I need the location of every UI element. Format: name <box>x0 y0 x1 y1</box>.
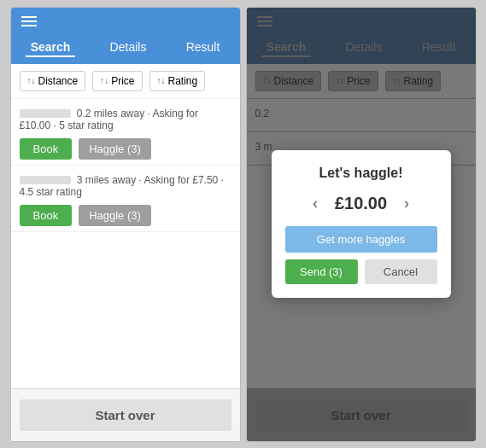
price-display: £10.00 <box>335 194 387 213</box>
listing-1-distance: 0.2 miles away <box>77 108 144 119</box>
tab-details-left[interactable]: Details <box>105 38 152 57</box>
listing-1-actions-left: Book Haggle (3) <box>20 138 231 160</box>
more-haggles-btn[interactable]: Get more haggles <box>285 226 437 253</box>
hamburger-icon[interactable] <box>21 16 37 26</box>
listing-1-info-left: 0.2 miles away · Asking for £10.00 · 5 s… <box>20 108 231 131</box>
modal-title: Let's haggle! <box>285 166 437 181</box>
modal-overlay: Let's haggle! ‹ £10.00 › Get more haggle… <box>247 8 476 441</box>
listing-2-actions-left: Book Haggle (3) <box>20 205 231 226</box>
modal-bottom-row: Send (3) Cancel <box>285 259 437 284</box>
listing-1-left: 0.2 miles away · Asking for £10.00 · 5 s… <box>11 99 240 166</box>
start-over-btn-left[interactable]: Start over <box>20 399 231 431</box>
left-tabs: Search Details Result <box>11 35 240 64</box>
price-prev-btn[interactable]: ‹ <box>307 193 323 214</box>
haggle-modal: Let's haggle! ‹ £10.00 › Get more haggle… <box>272 150 451 298</box>
right-phone: Search Details Result ↑↓ Distance ↑↓ Pri… <box>246 7 477 442</box>
listing-2-rating: 4.5 star rating <box>20 186 82 198</box>
price-row: ‹ £10.00 › <box>285 193 437 214</box>
left-phone: Search Details Result ↑↓ Distance ↑↓ Pri… <box>10 7 241 442</box>
sort-price-left[interactable]: ↑↓ Price <box>92 71 142 91</box>
cancel-btn[interactable]: Cancel <box>365 259 437 284</box>
tab-result-left[interactable]: Result <box>181 38 225 57</box>
sort-rating-left[interactable]: ↑↓ Rating <box>149 71 206 91</box>
sort-arrows-distance: ↑↓ <box>27 76 36 85</box>
send-btn[interactable]: Send (3) <box>285 259 358 284</box>
listing-1-bar <box>20 109 71 118</box>
listing-2-info-left: 3 miles away · Asking for £7.50 · 4.5 st… <box>20 174 231 198</box>
left-footer: Start over <box>11 388 240 441</box>
haggle-btn-2-left[interactable]: Haggle (3) <box>79 205 151 226</box>
listing-2-bar <box>20 176 71 184</box>
haggle-btn-1-left[interactable]: Haggle (3) <box>79 138 151 160</box>
left-header <box>11 8 240 35</box>
price-next-btn[interactable]: › <box>399 193 414 214</box>
sort-arrows-price: ↑↓ <box>100 76 108 85</box>
book-btn-2-left[interactable]: Book <box>20 205 73 226</box>
sort-arrows-rating: ↑↓ <box>157 76 166 85</box>
book-btn-1-left[interactable]: Book <box>20 138 73 160</box>
left-sort-buttons: ↑↓ Distance ↑↓ Price ↑↓ Rating <box>11 64 240 99</box>
listing-2-left: 3 miles away · Asking for £7.50 · 4.5 st… <box>11 166 240 232</box>
tab-search-left[interactable]: Search <box>26 38 76 57</box>
sort-distance-left[interactable]: ↑↓ Distance <box>20 71 86 91</box>
listing-2-asking: Asking for £7.50 <box>144 174 219 186</box>
listing-2-distance: 3 miles away <box>77 174 136 186</box>
listing-1-rating: 5 star rating <box>59 119 113 131</box>
